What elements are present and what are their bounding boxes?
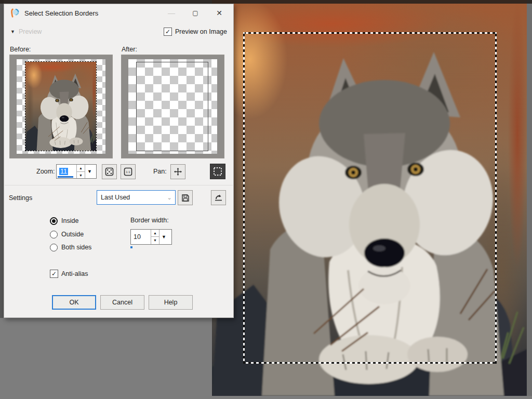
minimize-icon: — [164, 9, 179, 17]
before-preview-pane[interactable] [9, 55, 113, 158]
pan-button[interactable] [170, 164, 185, 179]
svg-text:1:1: 1:1 [126, 170, 130, 174]
section-divider [5, 185, 233, 185]
after-selection-outline [136, 62, 208, 151]
fit-image-button[interactable] [102, 164, 117, 179]
dialog-title: Select Selection Borders [24, 9, 155, 17]
radio-both-sides[interactable]: Both sides [50, 243, 91, 252]
preview-row: ▼ Preview ✓ Preview on Image [10, 26, 227, 37]
before-transparency-checker [17, 59, 105, 154]
workspace-left-edge [0, 0, 4, 318]
window-top-edge [0, 0, 532, 4]
zoom-spin-down-icon[interactable]: ▼ [77, 172, 85, 179]
settings-label: Settings [9, 194, 32, 202]
antialias-row[interactable]: ✓ Anti-alias [50, 270, 88, 278]
radio-inside-circle[interactable] [50, 217, 58, 225]
paintshop-pro-logo-icon [10, 8, 20, 18]
after-transparency-checker [128, 59, 217, 154]
dialog-titlebar[interactable]: Select Selection Borders — ▢ ✕ [4, 4, 233, 22]
antialias-checkbox[interactable]: ✓ [50, 270, 58, 278]
pan-label: Pan: [153, 168, 167, 175]
preset-value: Last Used [97, 194, 164, 201]
ok-button[interactable]: OK [52, 295, 96, 310]
zoom-spinner[interactable]: 11 ▲ ▼ ▼ [56, 164, 97, 179]
radio-inside[interactable]: Inside [50, 216, 78, 225]
radio-both-sides-circle[interactable] [50, 244, 58, 251]
border-width-input[interactable]: 10 [131, 230, 151, 244]
zoom-label: Zoom: [36, 168, 55, 175]
border-width-spinner[interactable]: 10 ▲ ▼ ▼ [130, 229, 172, 245]
marching-ants-right [495, 32, 497, 364]
help-button[interactable]: Help [149, 295, 193, 310]
border-width-down-icon[interactable]: ▼ [151, 237, 159, 244]
reset-icon [214, 193, 223, 202]
border-width-spin-arrows[interactable]: ▲ ▼ [151, 230, 159, 244]
zoom-input-underline [58, 176, 73, 178]
pan-move-icon [174, 168, 182, 176]
select-selection-borders-dialog: Select Selection Borders — ▢ ✕ ▼ Preview… [4, 4, 234, 318]
zoom-dropdown-icon[interactable]: ▼ [85, 165, 94, 178]
marching-ants-left [243, 32, 245, 364]
after-label: After: [122, 46, 137, 53]
antialias-label: Anti-alias [61, 270, 88, 277]
save-preset-button[interactable] [178, 190, 193, 205]
workspace-right-edge [527, 0, 532, 396]
maximize-icon[interactable]: ▢ [188, 9, 203, 17]
zoom-spin-up-icon[interactable]: ▲ [77, 165, 85, 172]
spinner-accent-dot [130, 246, 132, 248]
actual-size-button[interactable]: 1:1 [121, 164, 136, 179]
preview-on-image-label: Preview on Image [175, 28, 227, 35]
fit-image-icon [105, 167, 114, 176]
border-width-up-icon[interactable]: ▲ [151, 230, 159, 237]
marching-ants-bottom [243, 362, 497, 364]
preview-on-image-checkbox[interactable]: ✓ [164, 28, 172, 36]
before-selection-ants [25, 62, 96, 151]
show-selection-toggle-button[interactable] [210, 164, 225, 179]
marching-ants-icon [213, 167, 222, 176]
save-floppy-icon [181, 194, 190, 202]
selection-marching-ants [243, 32, 497, 364]
settings-preset-dropdown[interactable]: Last Used ⌄ [97, 190, 176, 205]
close-icon[interactable]: ✕ [211, 9, 227, 17]
preset-chevron-icon: ⌄ [164, 194, 175, 201]
preview-section-label: Preview [19, 28, 42, 35]
before-label: Before: [10, 46, 31, 53]
zoom-spin-arrows[interactable]: ▲ ▼ [76, 165, 85, 178]
reset-to-default-button[interactable] [211, 190, 226, 205]
cancel-button[interactable]: Cancel [100, 295, 144, 310]
radio-outside-circle[interactable] [50, 231, 58, 238]
collapse-arrow-icon[interactable]: ▼ [10, 29, 15, 34]
radio-outside[interactable]: Outside [50, 230, 84, 239]
border-width-dropdown-icon[interactable]: ▼ [159, 230, 168, 244]
marching-ants-top [243, 32, 497, 34]
actual-size-icon: 1:1 [124, 167, 132, 176]
image-canvas[interactable] [212, 0, 527, 396]
after-preview-pane[interactable] [121, 55, 224, 158]
border-width-label: Border width: [130, 217, 169, 224]
zoom-input[interactable]: 11 [57, 165, 76, 178]
before-wolf-thumbnail [25, 62, 96, 151]
